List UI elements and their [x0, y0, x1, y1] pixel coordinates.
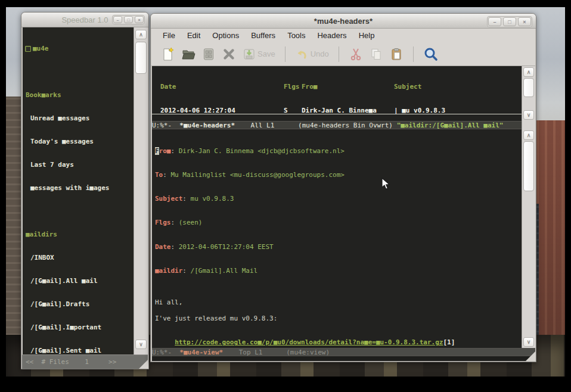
toolbar-separator — [413, 46, 414, 62]
field-label: Date — [155, 243, 171, 251]
maildir-drafts[interactable]: /[G■ail].Drafts — [23, 300, 134, 308]
sidebar-item-images[interactable]: ■essages with i■ages — [23, 184, 134, 192]
close-button[interactable]: × — [518, 17, 531, 26]
field-value: mu v0.9.8.3 — [191, 195, 234, 203]
view-scrollbar-thumb[interactable] — [523, 141, 534, 191]
minimize-button[interactable]: – — [488, 17, 501, 26]
message-body: Hi all, I've just released mu v0.9.8.3: — [155, 291, 522, 323]
field-from: Fro■: Dirk-Jan C. Binnema <djcb@djcbsoft… — [155, 147, 522, 155]
scroll-up-button[interactable]: ∧ — [135, 30, 147, 39]
save-button-label: Save — [257, 49, 275, 58]
close-buffer-button[interactable] — [222, 47, 236, 61]
field-value: /[Gmail].All Mail — [191, 267, 258, 275]
main-titlebar[interactable]: *mu4e-headers* – □ × — [151, 14, 536, 29]
field-value: 2012-04-06T12:27:04 EEST — [179, 243, 274, 251]
column-flags: Flgs — [284, 83, 302, 91]
field-value: Dirk-Jan C. Binnema <djcb@djcbsoftware.n… — [179, 147, 345, 155]
menu-buffers[interactable]: Buffers — [246, 30, 281, 41]
download-link[interactable]: http://code.google.co■/p/■u0/downloads/d… — [175, 338, 443, 346]
save-button[interactable]: Save — [242, 47, 275, 61]
modeline-position: Top L1 (mu4e:view) — [223, 349, 330, 356]
field-flags: Flgs: (seen) — [155, 219, 522, 226]
modeline-search-query: "■aildir:/[G■ail].All ■ail" — [397, 122, 504, 129]
speedbar-root-mu4e[interactable]: ■u4e — [23, 45, 134, 52]
maildirs-heading: ■aildirs — [23, 231, 134, 238]
menu-help[interactable]: Help — [353, 30, 380, 41]
tag-icon — [25, 46, 31, 52]
speedbar-titlebar[interactable]: Speedbar 1.0 – □ × — [21, 13, 148, 27]
mouse-cursor — [381, 178, 390, 193]
sidebar-item-unread[interactable]: Unread ■essages — [23, 114, 134, 122]
copy-icon — [369, 47, 383, 61]
close-button[interactable]: × — [135, 16, 144, 23]
copy-button[interactable] — [369, 47, 383, 61]
menu-file[interactable]: File — [157, 30, 181, 41]
scroll-down-button[interactable]: ∨ — [523, 337, 534, 347]
menu-tools[interactable]: Tools — [282, 30, 311, 41]
sidebar-item-last7days[interactable]: Last 7 days — [23, 161, 134, 169]
column-from: Fro■ — [302, 83, 394, 91]
mu4e-headers-window: *mu4e-headers* – □ × File Edit Options B… — [150, 13, 536, 362]
headers-scrollbar-thumb[interactable] — [523, 78, 534, 97]
maildir-inbox[interactable]: /INBOX — [23, 254, 134, 262]
minimize-button[interactable]: – — [113, 16, 122, 23]
toolbar-separator — [285, 46, 286, 62]
search-icon — [423, 46, 439, 62]
field-label: ■aildir — [155, 267, 182, 275]
cut-button[interactable] — [349, 47, 363, 61]
headers-modeline: U:%*- *■u4e-headers* All L1 (mu4e-header… — [152, 121, 522, 129]
toolbar-separator — [339, 46, 339, 62]
search-button[interactable] — [423, 46, 439, 62]
maximize-button[interactable]: □ — [503, 17, 516, 26]
scrollbar-thumb[interactable] — [135, 42, 147, 74]
emacs-frame-content: Date Flgs Fro■ Subject 2012-04-06 12:27:… — [151, 66, 535, 361]
field-value: (seen) — [179, 219, 203, 226]
maximize-button[interactable]: □ — [124, 16, 133, 23]
scrollbar-column[interactable]: ∧ ∨ ∧ ∨ — [522, 66, 535, 348]
field-label: Flgs — [155, 219, 171, 226]
speedbar-list: ■u4e Book■arks Unread ■essages Today's ■… — [23, 27, 134, 355]
open-file-button[interactable] — [181, 47, 195, 61]
scroll-down-button[interactable]: ∨ — [523, 110, 534, 120]
undo-button[interactable]: Undo — [295, 47, 329, 61]
scroll-up-button[interactable]: ∧ — [523, 67, 534, 77]
menu-headers[interactable]: Headers — [312, 30, 352, 41]
modeline-flags: U:%*- — [152, 349, 179, 356]
column-subject: Subject — [394, 83, 522, 91]
view-modeline: U:%*- *■u4e-view* Top L1 (mu4e:view) — [152, 348, 535, 356]
maildir-all-mail[interactable]: /[G■ail].All ■ail — [23, 277, 134, 285]
link-line: http://code.google.co■/p/■u0/downloads/d… — [155, 338, 522, 346]
open-folder-icon — [181, 47, 195, 61]
field-to: To: Mu Mailinglist <mu-discuss@googlegro… — [155, 171, 522, 179]
new-file-button[interactable] — [161, 47, 175, 61]
scroll-down-button[interactable]: ∨ — [135, 340, 147, 349]
maildir-important[interactable]: /[G■ail].I■portant — [23, 323, 134, 331]
undo-button-label: Undo — [311, 49, 329, 58]
field-maildir: ■aildir: /[Gmail].All Mail — [155, 267, 522, 275]
menu-edit[interactable]: Edit — [182, 30, 206, 41]
echo-area[interactable] — [152, 356, 535, 361]
maildir-sent[interactable]: /[G■ail].Sent ■ail — [23, 347, 134, 354]
mu4e-view-pane: Fro■: Dirk-Jan C. Binnema <djcb@djcbsoft… — [152, 129, 522, 348]
field-date: Date: 2012-04-06T12:27:04 EEST — [155, 243, 522, 251]
dired-button[interactable] — [201, 47, 216, 61]
modeline-modes: (mu4e-headers Bin Ovwrt) — [298, 122, 397, 129]
sidebar-item-today[interactable]: Today's ■essages — [23, 138, 134, 145]
row-from: Dirk-Jan C. Binne■a — [302, 107, 394, 114]
row-subject: | ■u v0.9.8.3 — [394, 107, 522, 114]
speedbar-scrollbar[interactable]: ∧ ∨ — [134, 27, 148, 355]
paste-button[interactable] — [389, 47, 404, 61]
field-value: Mu Mailinglist <mu-discuss@googlegroups.… — [171, 171, 345, 179]
speedbar-window: Speedbar 1.0 – □ × ■u4e Book■arks Unread… — [21, 12, 149, 369]
headers-header-line: Date Flgs Fro■ Subject — [152, 83, 522, 91]
save-icon — [242, 47, 256, 61]
row-flags: S — [284, 107, 302, 114]
header-row-selected[interactable]: 2012-04-06 12:27:04 S Dirk-Jan C. Binne■… — [152, 107, 522, 114]
modeline-buffer-name: *■u4e-headers* — [179, 122, 235, 129]
field-label: To — [155, 171, 163, 179]
resize-grip[interactable] — [139, 359, 148, 369]
scroll-up-button[interactable]: ∧ — [523, 130, 534, 140]
resize-grip[interactable] — [526, 351, 535, 361]
undo-icon — [295, 47, 309, 61]
menu-options[interactable]: Options — [207, 30, 244, 41]
